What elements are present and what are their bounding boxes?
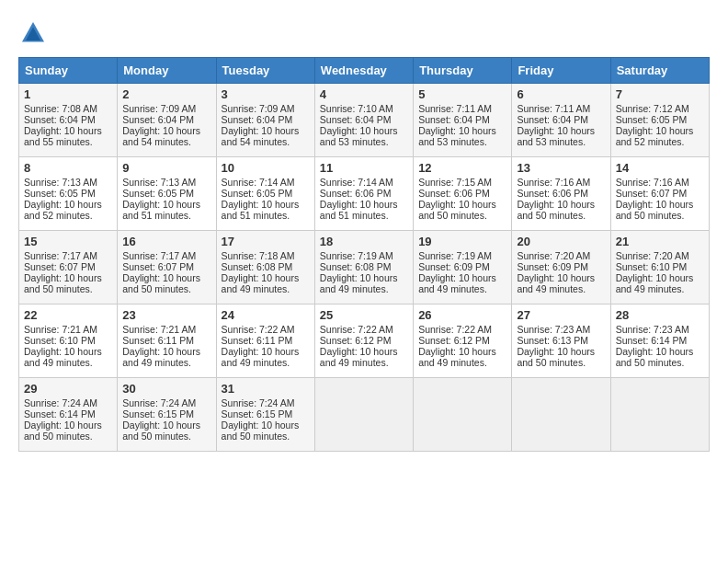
sunset-text: Sunset: 6:05 PM: [616, 114, 688, 125]
sunrise-text: Sunrise: 7:21 AM: [122, 324, 196, 335]
calendar-week-row: 15Sunrise: 7:17 AMSunset: 6:07 PMDayligh…: [19, 231, 710, 304]
sunrise-text: Sunrise: 7:24 AM: [222, 397, 295, 408]
sunrise-text: Sunrise: 7:13 AM: [24, 177, 97, 188]
calendar-cell: 8Sunrise: 7:13 AMSunset: 6:05 PMDaylight…: [19, 157, 118, 231]
sunrise-text: Sunrise: 7:24 AM: [24, 397, 97, 408]
day-number: 29: [24, 382, 112, 396]
sunset-text: Sunset: 6:12 PM: [418, 335, 490, 346]
calendar-week-row: 1Sunrise: 7:08 AMSunset: 6:04 PMDaylight…: [19, 84, 710, 157]
day-number: 30: [122, 382, 210, 396]
sunset-text: Sunset: 6:11 PM: [122, 335, 194, 346]
daylight-text: Daylight: 10 hours and 49 minutes.: [222, 272, 300, 294]
sunset-text: Sunset: 6:08 PM: [320, 261, 392, 272]
daylight-text: Daylight: 10 hours and 50 minutes.: [517, 199, 595, 221]
sunrise-text: Sunrise: 7:14 AM: [320, 177, 393, 188]
sunset-text: Sunset: 6:06 PM: [320, 188, 392, 199]
sunrise-text: Sunrise: 7:13 AM: [122, 177, 196, 188]
daylight-text: Daylight: 10 hours and 53 minutes.: [517, 125, 595, 147]
sunrise-text: Sunrise: 7:23 AM: [517, 324, 590, 335]
day-number: 14: [616, 161, 704, 175]
day-number: 8: [24, 161, 112, 175]
sunset-text: Sunset: 6:04 PM: [320, 114, 392, 125]
day-number: 17: [222, 235, 310, 248]
sunrise-text: Sunrise: 7:19 AM: [320, 250, 393, 261]
daylight-text: Daylight: 10 hours and 49 minutes.: [320, 272, 398, 294]
sunset-text: Sunset: 6:14 PM: [616, 335, 688, 346]
daylight-text: Daylight: 10 hours and 49 minutes.: [122, 346, 200, 368]
sunset-text: Sunset: 6:07 PM: [122, 261, 194, 272]
sunrise-text: Sunrise: 7:15 AM: [418, 177, 492, 188]
sunrise-text: Sunrise: 7:22 AM: [320, 324, 393, 335]
sunset-text: Sunset: 6:07 PM: [24, 261, 96, 272]
day-number: 10: [222, 161, 310, 175]
day-number: 27: [517, 308, 605, 322]
daylight-text: Daylight: 10 hours and 49 minutes.: [418, 272, 496, 294]
day-number: 3: [222, 87, 310, 101]
calendar-cell: 28Sunrise: 7:23 AMSunset: 6:14 PMDayligh…: [610, 304, 709, 378]
logo: [18, 18, 53, 48]
sunrise-text: Sunrise: 7:12 AM: [616, 103, 689, 114]
daylight-text: Daylight: 10 hours and 50 minutes.: [418, 199, 496, 221]
calendar-cell: 7Sunrise: 7:12 AMSunset: 6:05 PMDaylight…: [610, 84, 709, 157]
calendar-cell: 2Sunrise: 7:09 AMSunset: 6:04 PMDaylight…: [118, 84, 216, 157]
sunset-text: Sunset: 6:08 PM: [222, 261, 293, 272]
sunrise-text: Sunrise: 7:09 AM: [122, 103, 196, 114]
sunrise-text: Sunrise: 7:10 AM: [320, 103, 393, 114]
calendar-cell: [414, 378, 512, 452]
daylight-text: Daylight: 10 hours and 51 minutes.: [222, 199, 300, 221]
day-number: 18: [320, 235, 408, 248]
daylight-text: Daylight: 10 hours and 49 minutes.: [320, 346, 398, 368]
day-number: 21: [616, 235, 704, 248]
sunset-text: Sunset: 6:07 PM: [616, 188, 688, 199]
calendar-cell: [512, 378, 610, 452]
sunset-text: Sunset: 6:05 PM: [222, 188, 293, 199]
daylight-text: Daylight: 10 hours and 50 minutes.: [222, 419, 300, 442]
sunrise-text: Sunrise: 7:16 AM: [616, 177, 689, 188]
sunrise-text: Sunrise: 7:17 AM: [24, 250, 97, 261]
day-number: 16: [122, 235, 210, 248]
sunrise-text: Sunrise: 7:23 AM: [616, 324, 689, 335]
day-number: 15: [24, 235, 112, 248]
header-friday: Friday: [512, 58, 610, 84]
calendar-cell: 12Sunrise: 7:15 AMSunset: 6:06 PMDayligh…: [414, 157, 512, 231]
daylight-text: Daylight: 10 hours and 52 minutes.: [24, 199, 102, 221]
calendar-cell: 5Sunrise: 7:11 AMSunset: 6:04 PMDaylight…: [414, 84, 512, 157]
sunrise-text: Sunrise: 7:24 AM: [122, 397, 196, 408]
sunrise-text: Sunrise: 7:22 AM: [418, 324, 492, 335]
calendar-cell: 30Sunrise: 7:24 AMSunset: 6:15 PMDayligh…: [118, 378, 216, 452]
sunset-text: Sunset: 6:09 PM: [418, 261, 490, 272]
calendar-cell: 9Sunrise: 7:13 AMSunset: 6:05 PMDaylight…: [118, 157, 216, 231]
calendar-cell: 19Sunrise: 7:19 AMSunset: 6:09 PMDayligh…: [414, 231, 512, 304]
day-number: 31: [222, 382, 310, 396]
calendar-week-row: 29Sunrise: 7:24 AMSunset: 6:14 PMDayligh…: [19, 378, 710, 452]
sunset-text: Sunset: 6:10 PM: [616, 261, 688, 272]
daylight-text: Daylight: 10 hours and 54 minutes.: [122, 125, 200, 147]
sunrise-text: Sunrise: 7:20 AM: [517, 250, 590, 261]
calendar-cell: 31Sunrise: 7:24 AMSunset: 6:15 PMDayligh…: [216, 378, 314, 452]
header-wednesday: Wednesday: [314, 58, 413, 84]
logo-icon: [18, 18, 48, 48]
sunrise-text: Sunrise: 7:11 AM: [418, 103, 492, 114]
day-number: 1: [24, 87, 112, 101]
calendar-cell: 15Sunrise: 7:17 AMSunset: 6:07 PMDayligh…: [19, 231, 118, 304]
daylight-text: Daylight: 10 hours and 50 minutes.: [122, 419, 200, 442]
calendar-cell: [610, 378, 709, 452]
day-number: 4: [320, 87, 408, 101]
calendar-cell: 26Sunrise: 7:22 AMSunset: 6:12 PMDayligh…: [414, 304, 512, 378]
day-number: 6: [517, 87, 605, 101]
header-saturday: Saturday: [610, 58, 709, 84]
sunrise-text: Sunrise: 7:08 AM: [24, 103, 97, 114]
day-number: 23: [122, 308, 210, 322]
day-number: 19: [418, 235, 506, 248]
daylight-text: Daylight: 10 hours and 51 minutes.: [320, 199, 398, 221]
calendar-cell: 16Sunrise: 7:17 AMSunset: 6:07 PMDayligh…: [118, 231, 216, 304]
daylight-text: Daylight: 10 hours and 49 minutes.: [418, 346, 496, 368]
calendar-cell: [314, 378, 413, 452]
daylight-text: Daylight: 10 hours and 53 minutes.: [418, 125, 496, 147]
sunset-text: Sunset: 6:15 PM: [122, 408, 194, 419]
sunset-text: Sunset: 6:12 PM: [320, 335, 392, 346]
sunset-text: Sunset: 6:04 PM: [222, 114, 293, 125]
calendar-week-row: 8Sunrise: 7:13 AMSunset: 6:05 PMDaylight…: [19, 157, 710, 231]
calendar-cell: 23Sunrise: 7:21 AMSunset: 6:11 PMDayligh…: [118, 304, 216, 378]
daylight-text: Daylight: 10 hours and 50 minutes.: [24, 419, 102, 442]
